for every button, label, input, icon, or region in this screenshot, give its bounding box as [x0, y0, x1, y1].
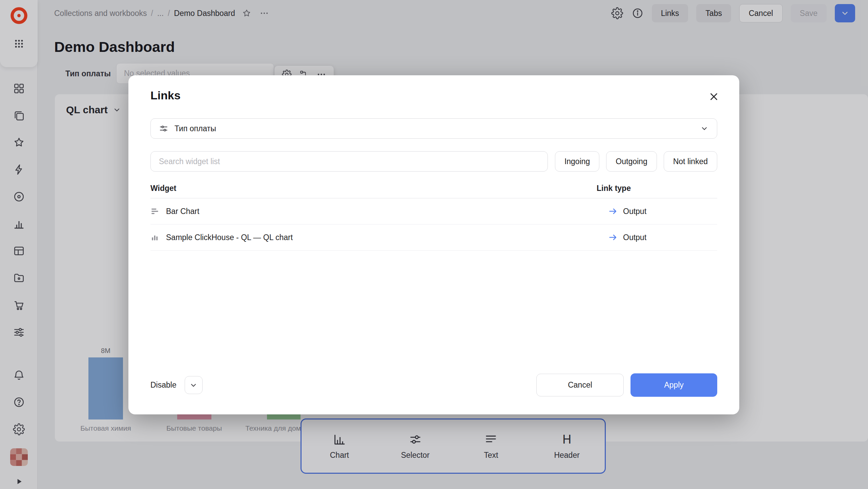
widget-name: Bar Chart: [166, 207, 199, 216]
link-filter-group: Ingoing Outgoing Not linked: [555, 151, 717, 172]
ingoing-filter-button[interactable]: Ingoing: [555, 151, 599, 172]
selected-widget-value: Тип оплаты: [174, 124, 216, 133]
column-header-widget: Widget: [150, 184, 597, 193]
link-type-value: Output: [623, 233, 646, 242]
links-dialog: Links Тип оплаты Ingoing Outgoing Not li…: [128, 75, 739, 414]
outgoing-filter-button[interactable]: Outgoing: [606, 151, 657, 172]
column-header-link-type: Link type: [597, 184, 717, 193]
dialog-apply-button[interactable]: Apply: [631, 373, 717, 397]
filter-sliders-icon: [159, 124, 168, 133]
widget-link-row[interactable]: Bar Chart Output: [150, 198, 717, 224]
dialog-title: Links: [150, 89, 181, 102]
disable-dropdown-button[interactable]: [185, 376, 203, 394]
arrow-right-icon: [608, 232, 618, 242]
dialog-cancel-button[interactable]: Cancel: [536, 374, 624, 396]
search-filter-row: Ingoing Outgoing Not linked: [150, 151, 717, 172]
widget-name: Sample ClickHouse - QL — QL chart: [166, 233, 293, 242]
widget-links-table: Bar Chart Output Sample ClickHouse - QL …: [150, 198, 717, 251]
link-type-value: Output: [623, 207, 646, 216]
disable-label: Disable: [150, 380, 177, 390]
chevron-down-icon: [189, 381, 198, 390]
widget-link-row[interactable]: Sample ClickHouse - QL — QL chart Output: [150, 224, 717, 251]
dialog-footer: Disable Cancel Apply: [150, 373, 717, 397]
close-icon[interactable]: [708, 91, 720, 102]
table-header: Widget Link type: [150, 179, 717, 198]
widget-select-control[interactable]: Тип оплаты: [150, 118, 717, 139]
chevron-down-icon: [700, 124, 709, 133]
arrow-right-icon: [608, 206, 618, 216]
search-widget-input[interactable]: [150, 151, 548, 172]
bar-chart-vertical-icon: [150, 233, 159, 242]
bar-chart-horizontal-icon: [150, 207, 159, 216]
not-linked-filter-button[interactable]: Not linked: [664, 151, 717, 172]
